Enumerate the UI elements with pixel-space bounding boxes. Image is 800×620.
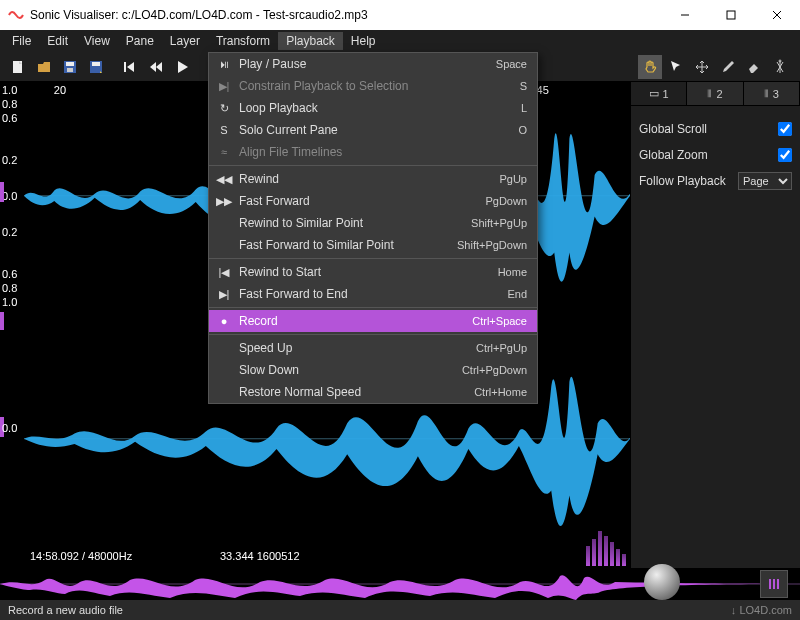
sample-position-label: 33.344 1600512: [220, 550, 300, 562]
menu-item-shortcut: Ctrl+PgDown: [462, 364, 527, 376]
footer-tool-button[interactable]: [760, 570, 788, 598]
menu-item-shortcut: Home: [498, 266, 527, 278]
menu-item-shortcut: Ctrl+Space: [472, 315, 527, 327]
statusbar: Record a new audio file ↓ LO4D.com: [0, 600, 800, 620]
minimize-button[interactable]: [662, 0, 708, 30]
menu-item-icon: |◀: [215, 266, 233, 279]
menu-item-label: Rewind to Start: [233, 265, 498, 279]
panel-tab-3[interactable]: ⦀3: [744, 82, 800, 105]
time-tick: 45: [537, 84, 549, 96]
panel-tab-2[interactable]: ⦀2: [687, 82, 743, 105]
menu-item-rewind-to-start[interactable]: |◀Rewind to StartHome: [209, 261, 537, 283]
time-position-label: 14:58.092 / 48000Hz: [30, 550, 132, 562]
window-controls: [662, 0, 800, 30]
menu-item-play-pause[interactable]: ⏯Play / PauseSpace: [209, 53, 537, 75]
move-tool-button[interactable]: [690, 55, 714, 79]
menu-edit[interactable]: Edit: [39, 32, 76, 50]
menu-item-shortcut: Ctrl+PgUp: [476, 342, 527, 354]
menu-item-shortcut: O: [518, 124, 527, 136]
tab-icon: ▭: [649, 87, 659, 100]
panel-tabs: ▭1⦀2⦀3: [631, 82, 800, 106]
menu-item-label: Rewind to Similar Point: [233, 216, 471, 230]
pointer-tool-button[interactable]: [664, 55, 688, 79]
menu-item-constrain-playback-to-selection: ▶|Constrain Playback to SelectionS: [209, 75, 537, 97]
svg-rect-8: [67, 68, 73, 72]
close-button[interactable]: [754, 0, 800, 30]
menu-item-icon: ⏯: [215, 58, 233, 70]
menu-item-shortcut: L: [521, 102, 527, 114]
menu-pane[interactable]: Pane: [118, 32, 162, 50]
menu-playback[interactable]: Playback: [278, 32, 343, 50]
menu-item-icon: ●: [215, 315, 233, 327]
menu-item-shortcut: End: [507, 288, 527, 300]
pencil-tool-button[interactable]: [716, 55, 740, 79]
app-icon: [8, 7, 24, 23]
svg-rect-10: [92, 62, 100, 66]
panel-row-global-scroll: Global Scroll: [639, 116, 792, 142]
menu-item-icon: ▶▶: [215, 195, 233, 208]
overview-pane[interactable]: [0, 568, 800, 600]
panel-row-label: Follow Playback: [639, 174, 738, 188]
new-file-button[interactable]: [6, 55, 30, 79]
menu-item-speed-up[interactable]: Speed UpCtrl+PgUp: [209, 337, 537, 359]
menubar: FileEditViewPaneLayerTransformPlaybackHe…: [0, 30, 800, 52]
svg-rect-2: [727, 11, 735, 19]
brand-watermark: ↓ LO4D.com: [731, 604, 792, 616]
tab-label: 1: [663, 88, 669, 100]
marker: [0, 182, 4, 202]
panel-row-label: Global Scroll: [639, 122, 778, 136]
playback-menu: ⏯Play / PauseSpace▶|Constrain Playback t…: [208, 52, 538, 404]
menu-help[interactable]: Help: [343, 32, 384, 50]
menu-item-restore-normal-speed[interactable]: Restore Normal SpeedCtrl+Home: [209, 381, 537, 403]
rewind-start-button[interactable]: [118, 55, 142, 79]
menu-item-loop-playback[interactable]: ↻Loop PlaybackL: [209, 97, 537, 119]
maximize-button[interactable]: [708, 0, 754, 30]
panel-tab-1[interactable]: ▭1: [631, 82, 687, 105]
menu-file[interactable]: File: [4, 32, 39, 50]
svg-rect-17: [773, 579, 775, 589]
eraser-tool-button[interactable]: [742, 55, 766, 79]
menu-layer[interactable]: Layer: [162, 32, 208, 50]
menu-item-icon: ◀◀: [215, 173, 233, 186]
select-follow-playback[interactable]: Page: [738, 172, 792, 190]
menu-item-label: Loop Playback: [233, 101, 521, 115]
menu-view[interactable]: View: [76, 32, 118, 50]
svg-rect-11: [124, 62, 126, 72]
speed-dial[interactable]: [644, 564, 680, 600]
menu-separator: [209, 258, 537, 259]
menu-item-shortcut: Space: [496, 58, 527, 70]
hand-tool-button[interactable]: [638, 55, 662, 79]
menu-item-label: Fast Forward: [233, 194, 485, 208]
menu-item-rewind[interactable]: ◀◀RewindPgUp: [209, 168, 537, 190]
menu-item-solo-current-pane[interactable]: SSolo Current PaneO: [209, 119, 537, 141]
open-button[interactable]: [32, 55, 56, 79]
menu-item-label: Speed Up: [233, 341, 476, 355]
measure-tool-button[interactable]: [768, 55, 792, 79]
menu-item-fast-forward-to-end[interactable]: ▶|Fast Forward to EndEnd: [209, 283, 537, 305]
menu-item-label: Fast Forward to End: [233, 287, 507, 301]
menu-transform[interactable]: Transform: [208, 32, 278, 50]
menu-item-label: Record: [233, 314, 472, 328]
play-button[interactable]: [170, 55, 194, 79]
menu-item-shortcut: S: [520, 80, 527, 92]
menu-item-fast-forward[interactable]: ▶▶Fast ForwardPgDown: [209, 190, 537, 212]
save-button[interactable]: [58, 55, 82, 79]
window-titlebar: Sonic Visualiser: c:/LO4D.com/LO4D.com -…: [0, 0, 800, 30]
menu-item-icon: ▶|: [215, 80, 233, 93]
menu-item-rewind-to-similar-point[interactable]: Rewind to Similar PointShift+PgUp: [209, 212, 537, 234]
menu-item-fast-forward-to-similar-point[interactable]: Fast Forward to Similar PointShift+PgDow…: [209, 234, 537, 256]
menu-separator: [209, 165, 537, 166]
window-title: Sonic Visualiser: c:/LO4D.com/LO4D.com -…: [30, 8, 662, 22]
menu-item-align-file-timelines: ≈Align File Timelines: [209, 141, 537, 163]
save-as-button[interactable]: [84, 55, 108, 79]
checkbox-global-scroll[interactable]: [778, 122, 792, 136]
menu-item-slow-down[interactable]: Slow DownCtrl+PgDown: [209, 359, 537, 381]
menu-item-shortcut: PgDown: [485, 195, 527, 207]
menu-item-label: Play / Pause: [233, 57, 496, 71]
checkbox-global-zoom[interactable]: [778, 148, 792, 162]
tab-icon: ⦀: [764, 87, 769, 100]
rewind-button[interactable]: [144, 55, 168, 79]
menu-item-record[interactable]: ●RecordCtrl+Space: [209, 310, 537, 332]
menu-item-shortcut: PgUp: [499, 173, 527, 185]
menu-item-label: Slow Down: [233, 363, 462, 377]
